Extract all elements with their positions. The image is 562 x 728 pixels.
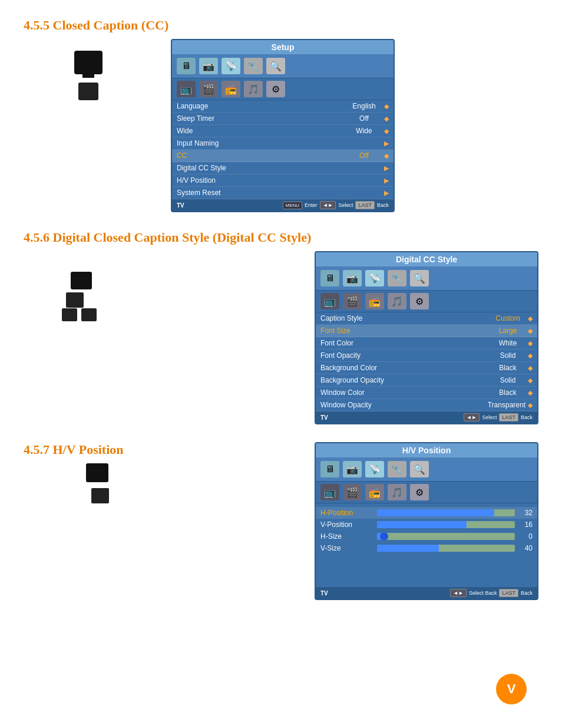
back-text: Back xyxy=(521,414,533,420)
icon-tools: 🔧 xyxy=(388,270,406,286)
section-457-left: 4.5.7 H/V Position xyxy=(24,442,153,503)
section-456-title: 4.5.6 Digital Closed Caption Style (Digi… xyxy=(24,230,538,245)
table-row: Caption Style Custom ◆ xyxy=(316,312,537,325)
table-row: Wide Wide ◆ xyxy=(172,125,394,137)
last-badge: LAST xyxy=(499,413,518,421)
icon-camera: 📷 xyxy=(343,270,362,286)
footer-buttons: MENU Enter ◄► Select LAST Back xyxy=(283,201,389,209)
row-arrow: ▶ xyxy=(384,177,389,185)
panel-457-wrapper: H/V Position 🖥 📷 📡 🔧 🔍 📺 🎬 📻 🎵 ⚙ xyxy=(315,442,538,600)
table-row: Input Naming ▶ xyxy=(172,137,394,150)
panel-455-footer: TV MENU Enter ◄► Select LAST Back xyxy=(172,199,394,211)
table-row: Digital CC Style ▶ xyxy=(172,162,394,174)
panel-456-icons-row2: 📺 🎬 📻 🎵 ⚙ xyxy=(316,291,537,312)
icon-sub5: ⚙ xyxy=(410,293,429,309)
section-455-title: 4.5.5 Closed Caption (CC) xyxy=(24,18,538,33)
vposition-bar xyxy=(377,521,515,528)
row-label: H/V Position xyxy=(177,176,346,185)
section-457-row: 4.5.7 H/V Position H/V Position 🖥 📷 📡 🔧 … xyxy=(24,442,538,600)
hposition-row: H-Position 32 xyxy=(316,507,537,519)
enter-text: Enter xyxy=(305,202,318,208)
row-arrow: ▶ xyxy=(384,140,389,147)
icon-sub4: 🎵 xyxy=(244,81,263,97)
icon-tools: 🔧 xyxy=(244,58,263,74)
footer-buttons: ◄► Select Back LAST Back xyxy=(450,589,533,597)
row-value: Black xyxy=(490,388,525,397)
panel-456-wrapper: Digital CC Style 🖥 📷 📡 🔧 🔍 📺 🎬 📻 🎵 ⚙ xyxy=(315,251,538,424)
icon-tools: 🔧 xyxy=(388,461,406,477)
row-label: Window Opacity xyxy=(320,401,488,409)
icon-sub3: 📻 xyxy=(365,293,384,309)
row-label: Background Opacity xyxy=(320,376,490,384)
back-text: Back xyxy=(377,202,389,208)
vposition-label: V-Position xyxy=(320,521,373,529)
last-badge: LAST xyxy=(499,589,518,597)
icon-monitor: 🖥 xyxy=(320,461,339,477)
section-456: 4.5.6 Digital Closed Caption Style (Digi… xyxy=(24,230,538,424)
row-label: Digital CC Style xyxy=(177,164,346,172)
panel-457-footer: TV ◄► Select Back LAST Back xyxy=(316,587,537,599)
table-row: Window Opacity Transparent ◆ xyxy=(316,399,537,411)
row-arrow: ▶ xyxy=(384,164,389,172)
panel-455-icons-row2: 📺 🎬 📻 🎵 ⚙ xyxy=(172,78,394,100)
vposition-row: V-Position 16 xyxy=(316,519,537,531)
hsize-row: H-Size 0 xyxy=(316,531,537,542)
select-text: Select Back xyxy=(469,590,497,596)
panel-457-icons-row2: 📺 🎬 📻 🎵 ⚙ xyxy=(316,482,537,503)
section-456-row: Digital CC Style 🖥 📷 📡 🔧 🔍 📺 🎬 📻 🎵 ⚙ xyxy=(24,251,538,424)
panel-457-title: H/V Position xyxy=(316,443,537,457)
row-value: Wide xyxy=(346,127,382,135)
icon-search: 🔍 xyxy=(410,270,429,286)
panel-455-rows: Language English ◆ Sleep Timer Off ◆ Wid… xyxy=(172,100,394,199)
cc-icon-br xyxy=(81,308,97,321)
row-arrow: ◆ xyxy=(528,389,533,397)
icon-sub2: 🎬 xyxy=(199,81,218,97)
vposition-fill xyxy=(377,521,467,528)
row-label: Window Color xyxy=(320,388,490,397)
select-text: Select xyxy=(338,202,353,208)
row-value: Transparent xyxy=(488,401,525,409)
select-badge: ◄► xyxy=(450,589,467,597)
row-arrow: ◆ xyxy=(384,127,389,135)
section-457: 4.5.7 H/V Position H/V Position 🖥 📷 📡 🔧 … xyxy=(24,442,538,600)
icon-sub1: 📺 xyxy=(320,484,339,500)
table-row: CC Off ◆ xyxy=(172,150,394,162)
row-label: Input Naming xyxy=(177,139,346,147)
icon-sub3: 📻 xyxy=(222,81,240,97)
row-arrow: ◆ xyxy=(528,352,533,360)
section-457-title: 4.5.7 H/V Position xyxy=(24,442,153,457)
row-value: Custom xyxy=(490,314,525,322)
icon-satellite: 📡 xyxy=(365,461,384,477)
tv-label: TV xyxy=(320,590,328,597)
row-arrow: ◆ xyxy=(384,103,389,110)
hv-icon-bottom xyxy=(91,488,109,503)
hsize-label: H-Size xyxy=(320,532,373,541)
last-badge: LAST xyxy=(355,201,375,209)
icon-satellite: 📡 xyxy=(365,270,384,286)
panel-457-rows: H-Position 32 V-Position xyxy=(316,503,537,558)
icon-monitor: 🖥 xyxy=(177,58,196,74)
table-row: System Reset ▶ xyxy=(172,187,394,199)
section-455: 4.5.5 Closed Caption (CC) Setup 🖥 📷 📡 xyxy=(24,18,538,212)
panel-456-footer: TV ◄► Select LAST Back xyxy=(316,411,537,423)
row-label: Caption Style xyxy=(320,314,490,322)
panel-455-icons-row1: 🖥 📷 📡 🔧 🔍 xyxy=(172,54,394,78)
row-arrow: ◆ xyxy=(528,340,533,347)
icon-sub2: 🎬 xyxy=(343,484,362,500)
table-row: Sleep Timer Off ◆ xyxy=(172,113,394,125)
tv-label: TV xyxy=(320,414,328,421)
panel-456-rows: Caption Style Custom ◆ Font Size Large ◆… xyxy=(316,312,537,411)
section-456-icons xyxy=(24,251,112,319)
row-arrow: ◆ xyxy=(384,152,389,160)
icon-satellite: 📡 xyxy=(222,58,240,74)
row-arrow: ◆ xyxy=(528,401,533,409)
row-arrow: ◆ xyxy=(528,364,533,372)
table-row: Font Size Large ◆ xyxy=(316,325,537,337)
row-label: System Reset xyxy=(177,189,346,197)
tv-label: TV xyxy=(177,202,184,209)
hsize-dot xyxy=(380,533,388,540)
back-text: Back xyxy=(521,590,533,596)
section-457-icons xyxy=(24,457,153,503)
panel-455-title: Setup xyxy=(172,40,394,54)
hposition-value: 32 xyxy=(518,509,533,517)
